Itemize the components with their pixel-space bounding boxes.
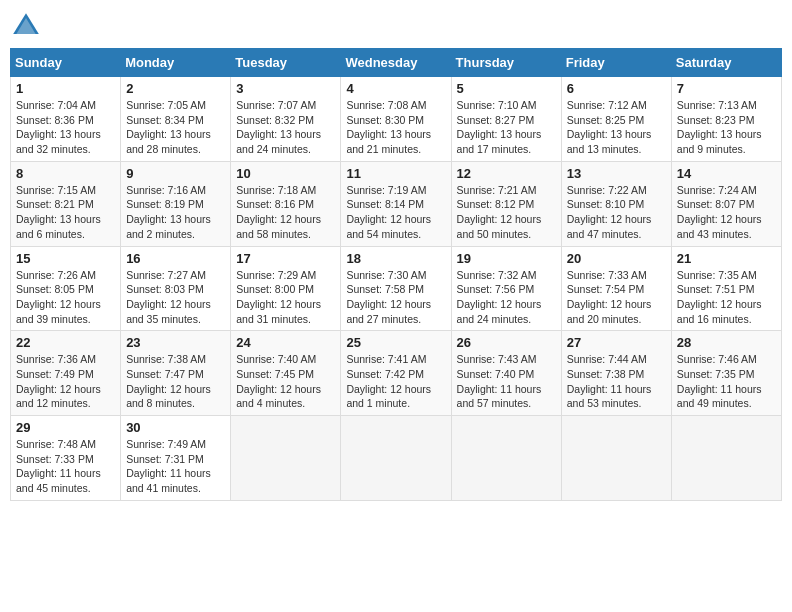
table-row	[561, 416, 671, 501]
day-number: 3	[236, 81, 335, 96]
logo	[10, 10, 46, 42]
day-info: Sunrise: 7:19 AM Sunset: 8:14 PM Dayligh…	[346, 183, 445, 242]
weekday-header-tuesday: Tuesday	[231, 49, 341, 77]
day-number: 22	[16, 335, 115, 350]
day-number: 2	[126, 81, 225, 96]
table-row: 16Sunrise: 7:27 AM Sunset: 8:03 PM Dayli…	[121, 246, 231, 331]
table-row: 25Sunrise: 7:41 AM Sunset: 7:42 PM Dayli…	[341, 331, 451, 416]
weekday-header-sunday: Sunday	[11, 49, 121, 77]
day-number: 9	[126, 166, 225, 181]
table-row: 9Sunrise: 7:16 AM Sunset: 8:19 PM Daylig…	[121, 161, 231, 246]
day-info: Sunrise: 7:33 AM Sunset: 7:54 PM Dayligh…	[567, 268, 666, 327]
day-info: Sunrise: 7:49 AM Sunset: 7:31 PM Dayligh…	[126, 437, 225, 496]
table-row: 17Sunrise: 7:29 AM Sunset: 8:00 PM Dayli…	[231, 246, 341, 331]
day-info: Sunrise: 7:18 AM Sunset: 8:16 PM Dayligh…	[236, 183, 335, 242]
day-number: 10	[236, 166, 335, 181]
table-row: 13Sunrise: 7:22 AM Sunset: 8:10 PM Dayli…	[561, 161, 671, 246]
day-info: Sunrise: 7:08 AM Sunset: 8:30 PM Dayligh…	[346, 98, 445, 157]
day-number: 27	[567, 335, 666, 350]
table-row: 11Sunrise: 7:19 AM Sunset: 8:14 PM Dayli…	[341, 161, 451, 246]
day-number: 14	[677, 166, 776, 181]
table-row: 18Sunrise: 7:30 AM Sunset: 7:58 PM Dayli…	[341, 246, 451, 331]
weekday-header-row: SundayMondayTuesdayWednesdayThursdayFrid…	[11, 49, 782, 77]
day-info: Sunrise: 7:26 AM Sunset: 8:05 PM Dayligh…	[16, 268, 115, 327]
table-row: 19Sunrise: 7:32 AM Sunset: 7:56 PM Dayli…	[451, 246, 561, 331]
table-row: 7Sunrise: 7:13 AM Sunset: 8:23 PM Daylig…	[671, 77, 781, 162]
calendar-body: 1Sunrise: 7:04 AM Sunset: 8:36 PM Daylig…	[11, 77, 782, 501]
day-number: 5	[457, 81, 556, 96]
day-info: Sunrise: 7:05 AM Sunset: 8:34 PM Dayligh…	[126, 98, 225, 157]
day-info: Sunrise: 7:15 AM Sunset: 8:21 PM Dayligh…	[16, 183, 115, 242]
table-row: 27Sunrise: 7:44 AM Sunset: 7:38 PM Dayli…	[561, 331, 671, 416]
day-number: 19	[457, 251, 556, 266]
day-info: Sunrise: 7:07 AM Sunset: 8:32 PM Dayligh…	[236, 98, 335, 157]
table-row	[671, 416, 781, 501]
day-info: Sunrise: 7:36 AM Sunset: 7:49 PM Dayligh…	[16, 352, 115, 411]
day-number: 17	[236, 251, 335, 266]
table-row: 26Sunrise: 7:43 AM Sunset: 7:40 PM Dayli…	[451, 331, 561, 416]
weekday-header-saturday: Saturday	[671, 49, 781, 77]
day-info: Sunrise: 7:38 AM Sunset: 7:47 PM Dayligh…	[126, 352, 225, 411]
table-row: 4Sunrise: 7:08 AM Sunset: 8:30 PM Daylig…	[341, 77, 451, 162]
table-row	[341, 416, 451, 501]
table-row: 14Sunrise: 7:24 AM Sunset: 8:07 PM Dayli…	[671, 161, 781, 246]
day-number: 12	[457, 166, 556, 181]
table-row: 1Sunrise: 7:04 AM Sunset: 8:36 PM Daylig…	[11, 77, 121, 162]
weekday-header-thursday: Thursday	[451, 49, 561, 77]
day-info: Sunrise: 7:29 AM Sunset: 8:00 PM Dayligh…	[236, 268, 335, 327]
table-row: 8Sunrise: 7:15 AM Sunset: 8:21 PM Daylig…	[11, 161, 121, 246]
calendar-week-row: 8Sunrise: 7:15 AM Sunset: 8:21 PM Daylig…	[11, 161, 782, 246]
day-number: 11	[346, 166, 445, 181]
day-number: 15	[16, 251, 115, 266]
table-row: 22Sunrise: 7:36 AM Sunset: 7:49 PM Dayli…	[11, 331, 121, 416]
day-info: Sunrise: 7:04 AM Sunset: 8:36 PM Dayligh…	[16, 98, 115, 157]
calendar-week-row: 1Sunrise: 7:04 AM Sunset: 8:36 PM Daylig…	[11, 77, 782, 162]
day-number: 1	[16, 81, 115, 96]
day-info: Sunrise: 7:40 AM Sunset: 7:45 PM Dayligh…	[236, 352, 335, 411]
table-row	[231, 416, 341, 501]
weekday-header-friday: Friday	[561, 49, 671, 77]
day-info: Sunrise: 7:48 AM Sunset: 7:33 PM Dayligh…	[16, 437, 115, 496]
day-number: 6	[567, 81, 666, 96]
day-number: 13	[567, 166, 666, 181]
day-number: 7	[677, 81, 776, 96]
day-number: 4	[346, 81, 445, 96]
table-row: 3Sunrise: 7:07 AM Sunset: 8:32 PM Daylig…	[231, 77, 341, 162]
table-row: 28Sunrise: 7:46 AM Sunset: 7:35 PM Dayli…	[671, 331, 781, 416]
calendar-week-row: 15Sunrise: 7:26 AM Sunset: 8:05 PM Dayli…	[11, 246, 782, 331]
table-row: 15Sunrise: 7:26 AM Sunset: 8:05 PM Dayli…	[11, 246, 121, 331]
day-number: 16	[126, 251, 225, 266]
day-info: Sunrise: 7:43 AM Sunset: 7:40 PM Dayligh…	[457, 352, 556, 411]
table-row: 24Sunrise: 7:40 AM Sunset: 7:45 PM Dayli…	[231, 331, 341, 416]
weekday-header-monday: Monday	[121, 49, 231, 77]
table-row: 29Sunrise: 7:48 AM Sunset: 7:33 PM Dayli…	[11, 416, 121, 501]
day-number: 30	[126, 420, 225, 435]
calendar-table: SundayMondayTuesdayWednesdayThursdayFrid…	[10, 48, 782, 501]
day-info: Sunrise: 7:46 AM Sunset: 7:35 PM Dayligh…	[677, 352, 776, 411]
day-number: 28	[677, 335, 776, 350]
day-info: Sunrise: 7:32 AM Sunset: 7:56 PM Dayligh…	[457, 268, 556, 327]
day-number: 26	[457, 335, 556, 350]
day-number: 8	[16, 166, 115, 181]
calendar-week-row: 29Sunrise: 7:48 AM Sunset: 7:33 PM Dayli…	[11, 416, 782, 501]
day-info: Sunrise: 7:35 AM Sunset: 7:51 PM Dayligh…	[677, 268, 776, 327]
calendar-week-row: 22Sunrise: 7:36 AM Sunset: 7:49 PM Dayli…	[11, 331, 782, 416]
table-row: 23Sunrise: 7:38 AM Sunset: 7:47 PM Dayli…	[121, 331, 231, 416]
day-number: 24	[236, 335, 335, 350]
table-row: 2Sunrise: 7:05 AM Sunset: 8:34 PM Daylig…	[121, 77, 231, 162]
day-info: Sunrise: 7:44 AM Sunset: 7:38 PM Dayligh…	[567, 352, 666, 411]
day-info: Sunrise: 7:10 AM Sunset: 8:27 PM Dayligh…	[457, 98, 556, 157]
day-number: 29	[16, 420, 115, 435]
day-number: 20	[567, 251, 666, 266]
day-info: Sunrise: 7:27 AM Sunset: 8:03 PM Dayligh…	[126, 268, 225, 327]
day-number: 23	[126, 335, 225, 350]
day-number: 18	[346, 251, 445, 266]
table-row: 21Sunrise: 7:35 AM Sunset: 7:51 PM Dayli…	[671, 246, 781, 331]
logo-icon	[10, 10, 42, 42]
day-number: 21	[677, 251, 776, 266]
day-info: Sunrise: 7:24 AM Sunset: 8:07 PM Dayligh…	[677, 183, 776, 242]
calendar-header: SundayMondayTuesdayWednesdayThursdayFrid…	[11, 49, 782, 77]
day-info: Sunrise: 7:41 AM Sunset: 7:42 PM Dayligh…	[346, 352, 445, 411]
day-info: Sunrise: 7:21 AM Sunset: 8:12 PM Dayligh…	[457, 183, 556, 242]
day-info: Sunrise: 7:22 AM Sunset: 8:10 PM Dayligh…	[567, 183, 666, 242]
